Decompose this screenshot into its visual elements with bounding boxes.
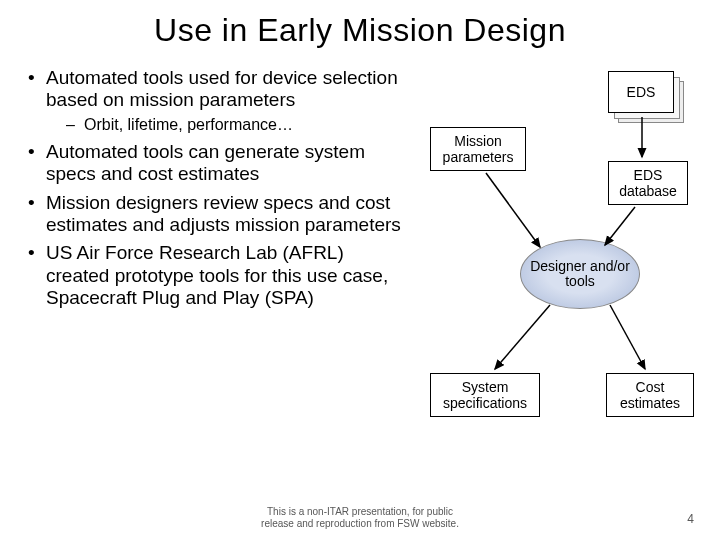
bullet-text: Mission designers review specs and cost … <box>46 192 401 235</box>
mission-parameters-box: Mission parameters <box>430 127 526 171</box>
list-item: Mission designers review specs and cost … <box>28 192 410 237</box>
list-item: US Air Force Research Lab (AFRL) created… <box>28 242 410 309</box>
footer: This is a non-ITAR presentation, for pub… <box>0 506 720 530</box>
eds-database-box: EDS database <box>608 161 688 205</box>
box-label: Cost estimates <box>611 379 689 411</box>
designer-ellipse: Designer and/or tools <box>520 239 640 309</box>
sub-list: Orbit, lifetime, performance… <box>66 116 410 135</box>
bullet-text: Automated tools can generate system spec… <box>46 141 365 184</box>
svg-line-3 <box>495 305 550 369</box>
eds-box: EDS <box>608 71 674 113</box>
box-label: System specifications <box>435 379 535 411</box>
box-label: Mission parameters <box>435 133 521 165</box>
bullet-list: Automated tools used for device selectio… <box>28 67 410 310</box>
list-item: Automated tools used for device selectio… <box>28 67 410 135</box>
content-left: Automated tools used for device selectio… <box>10 67 410 447</box>
footer-line: release and reproduction from FSW websit… <box>0 518 720 530</box>
cost-estimates-box: Cost estimates <box>606 373 694 417</box>
diagram: EDS Mission parameters EDS database Desi… <box>410 67 700 447</box>
bullet-text: Orbit, lifetime, performance… <box>84 116 293 133</box>
footer-line: This is a non-ITAR presentation, for pub… <box>0 506 720 518</box>
system-specifications-box: System specifications <box>430 373 540 417</box>
slide-title: Use in Early Mission Design <box>0 0 720 49</box>
box-label: EDS <box>627 84 656 100</box>
svg-line-4 <box>610 305 645 369</box>
slide: Use in Early Mission Design Automated to… <box>0 0 720 540</box>
list-item: Automated tools can generate system spec… <box>28 141 410 186</box>
list-item: Orbit, lifetime, performance… <box>66 116 410 135</box>
bullet-text: US Air Force Research Lab (AFRL) created… <box>46 242 388 308</box>
slide-body: Automated tools used for device selectio… <box>0 49 720 447</box>
svg-line-1 <box>605 207 635 245</box>
box-label: EDS database <box>613 167 683 199</box>
svg-line-2 <box>486 173 540 247</box>
box-label: Designer and/or tools <box>521 259 639 290</box>
bullet-text: Automated tools used for device selectio… <box>46 67 398 110</box>
page-number: 4 <box>687 512 694 526</box>
